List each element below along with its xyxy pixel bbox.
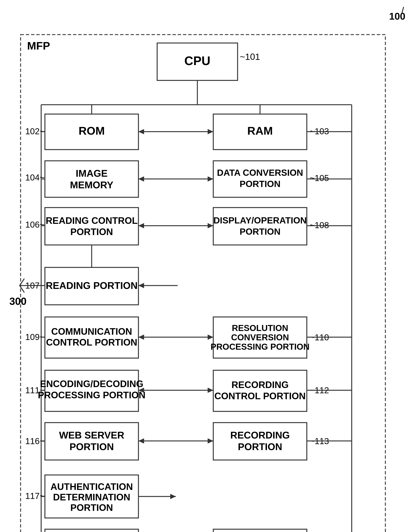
svg-text:CPU: CPU [184, 54, 210, 68]
svg-marker-34 [208, 176, 213, 181]
svg-marker-55 [138, 283, 144, 288]
svg-text:106~: 106~ [25, 220, 45, 229]
svg-marker-18 [138, 129, 144, 134]
svg-text:READING PORTION: READING PORTION [46, 280, 137, 291]
svg-text:DETERMINATION: DETERMINATION [53, 492, 130, 503]
svg-text:MFP: MFP [27, 40, 50, 52]
svg-marker-19 [208, 129, 213, 134]
svg-text:PORTION: PORTION [240, 179, 281, 189]
svg-text:WEB SERVER: WEB SERVER [59, 430, 125, 441]
svg-text:IMAGE: IMAGE [76, 168, 107, 179]
svg-rect-111 [213, 529, 307, 532]
svg-text:PORTION: PORTION [70, 503, 113, 513]
svg-text:READING CONTROL: READING CONTROL [46, 215, 138, 226]
svg-text:PORTION: PORTION [240, 227, 281, 237]
svg-text:~101: ~101 [240, 52, 260, 62]
svg-marker-46 [138, 223, 144, 228]
svg-text:104~: 104~ [25, 173, 45, 182]
svg-marker-105 [170, 494, 176, 499]
svg-marker-96 [208, 438, 213, 444]
svg-rect-41 [213, 208, 307, 245]
svg-rect-24 [45, 161, 138, 197]
diagram-svg: 100 / MFP CPU ~101 ROM 102~ RAM ~103 [0, 0, 414, 532]
svg-text:~108: ~108 [310, 220, 329, 230]
svg-text:RECORDING: RECORDING [231, 380, 289, 390]
svg-text:PORTION: PORTION [70, 227, 113, 237]
svg-text:PORTION: PORTION [70, 441, 114, 452]
svg-text:RECORDING: RECORDING [230, 430, 290, 441]
svg-text:117~: 117~ [25, 491, 45, 501]
svg-marker-47 [208, 223, 213, 228]
svg-text:AUTHENTICATION: AUTHENTICATION [50, 482, 133, 492]
svg-text:/: / [401, 5, 404, 16]
svg-text:300: 300 [9, 295, 27, 307]
svg-marker-69 [138, 334, 144, 340]
svg-text:PROCESSING PORTION: PROCESSING PORTION [211, 342, 309, 352]
svg-marker-33 [138, 176, 144, 181]
svg-marker-70 [208, 334, 213, 340]
svg-text:ENCODING/DECODING: ENCODING/DECODING [40, 379, 144, 389]
svg-rect-37 [45, 208, 138, 245]
svg-text:CONTROL PORTION: CONTROL PORTION [214, 391, 306, 401]
svg-marker-95 [138, 438, 144, 444]
svg-text:CONTROL PORTION: CONTROL PORTION [46, 337, 137, 348]
diagram-page: 100 / MFP CPU ~101 ROM 102~ RAM ~103 [0, 0, 414, 532]
svg-text:RESOLUTION: RESOLUTION [232, 323, 288, 333]
svg-text:RAM: RAM [247, 124, 273, 137]
svg-text:PORTION: PORTION [238, 441, 282, 452]
svg-text:COMMUNICATION: COMMUNICATION [51, 326, 132, 337]
svg-text:ROM: ROM [78, 124, 105, 137]
svg-rect-107 [45, 529, 138, 532]
svg-marker-83 [208, 388, 213, 393]
svg-text:DATA CONVERSION: DATA CONVERSION [217, 168, 303, 178]
svg-text:MEMORY: MEMORY [70, 180, 113, 190]
svg-text:DISPLAY/OPERATION: DISPLAY/OPERATION [213, 215, 307, 225]
svg-text:PROCESSING PORTION: PROCESSING PORTION [38, 390, 145, 400]
svg-text:~105: ~105 [310, 173, 329, 183]
svg-text:CONVERSION: CONVERSION [231, 332, 289, 342]
